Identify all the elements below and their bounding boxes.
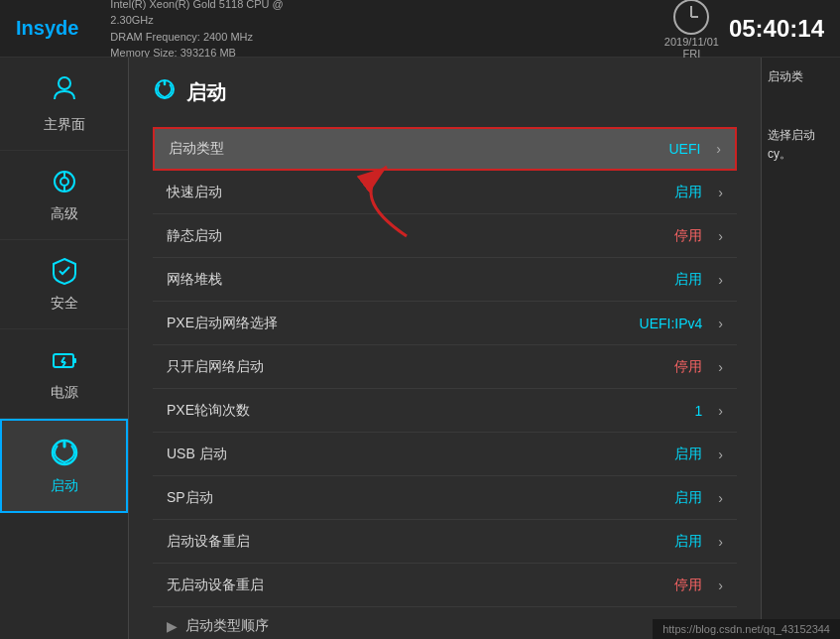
row-fast-boot-label: 快速启动	[167, 184, 674, 201]
svg-point-3	[59, 77, 70, 89]
sidebar-label-advanced: 高级	[51, 205, 78, 223]
sidebar-label-boot: 启动	[51, 477, 78, 495]
sidebar-label-home: 主界面	[44, 116, 85, 134]
row-network-boot-only[interactable]: 只开启网络启动 停用 ›	[153, 345, 737, 389]
triangle-icon: ▶	[167, 618, 178, 634]
right-panel: 启动类 选择启动cy。	[761, 58, 840, 639]
row-quiet-boot-label: 静态启动	[167, 227, 674, 245]
row-network-stack-label: 网络堆栈	[167, 271, 674, 289]
row-boot-type-value: UEFI	[668, 141, 700, 157]
clock-icon	[672, 0, 710, 36]
row-boot-type[interactable]: 启动类型 UEFI ›	[153, 127, 737, 171]
sidebar-item-advanced[interactable]: 高级	[0, 151, 128, 240]
row-quiet-boot-value: 停用	[674, 227, 702, 245]
row-quiet-boot-arrow: ›	[718, 228, 723, 244]
sidebar-label-security: 安全	[51, 295, 78, 313]
row-sp-boot[interactable]: SP启动 启用 ›	[153, 476, 737, 520]
section-title-text: 启动	[186, 79, 226, 106]
row-boot-type-arrow: ›	[716, 141, 721, 157]
row-pxe-retry-value: 1	[695, 403, 703, 419]
sidebar-label-power: 电源	[51, 384, 78, 402]
row-pxe-network[interactable]: PXE启动网络选择 UEFI:IPv4 ›	[153, 302, 737, 345]
power-battery-icon	[50, 345, 79, 378]
row-quiet-boot[interactable]: 静态启动 停用 ›	[153, 214, 737, 258]
row-no-boot-restart-value: 停用	[674, 576, 702, 594]
cpu-info: Intel(R) Xeon(R) Gold 5118 CPU @ 2.30GHz…	[110, 0, 283, 62]
row-fast-boot-value: 启用	[674, 184, 702, 201]
main-container: 主界面 高级 安全 电源 启动	[0, 58, 840, 639]
row-no-boot-restart[interactable]: 无启动设备重启 停用 ›	[153, 564, 737, 607]
section-icon	[153, 77, 177, 107]
footer-url: https://blog.csdn.net/qq_43152344	[653, 619, 840, 639]
row-sp-boot-value: 启用	[674, 489, 702, 507]
row-fast-boot[interactable]: 快速启动 启用 ›	[153, 171, 737, 214]
home-icon	[50, 73, 79, 110]
row-pxe-network-arrow: ›	[718, 316, 723, 331]
row-sp-boot-label: SP启动	[167, 489, 674, 507]
row-network-stack[interactable]: 网络堆栈 启用 ›	[153, 258, 737, 302]
time-display: 05:40:14	[729, 15, 824, 43]
svg-point-5	[60, 178, 68, 186]
row-sp-boot-arrow: ›	[718, 490, 723, 506]
row-boot-device-restart[interactable]: 启动设备重启 启用 ›	[153, 520, 737, 564]
row-network-boot-only-arrow: ›	[718, 359, 723, 375]
row-boot-device-restart-label: 启动设备重启	[167, 533, 674, 551]
date-label: 2019/11/01	[664, 36, 719, 48]
row-usb-boot-value: 启用	[674, 446, 702, 463]
row-network-stack-value: 启用	[674, 271, 702, 289]
header: Insyde Intel(R) Xeon(R) Gold 5118 CPU @ …	[0, 0, 840, 58]
logo: Insyde	[16, 17, 78, 40]
sidebar: 主界面 高级 安全 电源 启动	[0, 58, 129, 639]
row-boot-type-label: 启动类型	[169, 140, 668, 158]
sidebar-item-security[interactable]: 安全	[0, 240, 128, 329]
sidebar-item-home[interactable]: 主界面	[0, 58, 128, 151]
row-usb-boot-arrow: ›	[718, 447, 723, 462]
sub-section-label: 启动类型顺序	[185, 617, 269, 635]
right-panel-description: 选择启动cy。	[768, 126, 834, 164]
row-pxe-retry[interactable]: PXE轮询次数 1 ›	[153, 389, 737, 433]
settings-list: 启动类型 UEFI › 快速启动 启用 › 静态启动 停用 › 网络堆栈 启用 …	[153, 127, 737, 607]
row-network-boot-only-label: 只开启网络启动	[167, 358, 674, 376]
row-network-stack-arrow: ›	[718, 272, 723, 288]
row-boot-device-restart-value: 启用	[674, 533, 702, 551]
row-pxe-network-label: PXE启动网络选择	[167, 315, 640, 332]
sidebar-item-boot[interactable]: 启动	[0, 419, 128, 513]
advanced-icon	[50, 167, 79, 199]
row-pxe-network-value: UEFI:IPv4	[640, 316, 703, 331]
clock: 2019/11/01 FRI 05:40:14	[664, 0, 824, 60]
security-icon	[50, 256, 79, 289]
row-no-boot-restart-label: 无启动设备重启	[167, 576, 674, 594]
row-usb-boot[interactable]: USB 启动 启用 ›	[153, 433, 737, 476]
sidebar-item-power[interactable]: 电源	[0, 329, 128, 419]
section-title: 启动	[153, 77, 737, 107]
row-network-boot-only-value: 停用	[674, 358, 702, 376]
svg-rect-9	[73, 358, 76, 363]
right-panel-title: 启动类	[768, 67, 834, 86]
row-fast-boot-arrow: ›	[718, 185, 723, 200]
sub-section-boot-order[interactable]: ▶ 启动类型顺序	[153, 607, 737, 639]
row-boot-device-restart-arrow: ›	[718, 534, 723, 550]
row-usb-boot-label: USB 启动	[167, 446, 674, 463]
row-no-boot-restart-arrow: ›	[718, 577, 723, 593]
boot-icon	[49, 437, 80, 471]
row-pxe-retry-arrow: ›	[718, 403, 723, 419]
content-area: 启动 启动类型 UEFI › 快速启动 启用 › 静态启动 停用 › 网络堆栈 …	[129, 58, 761, 639]
row-pxe-retry-label: PXE轮询次数	[167, 402, 695, 420]
